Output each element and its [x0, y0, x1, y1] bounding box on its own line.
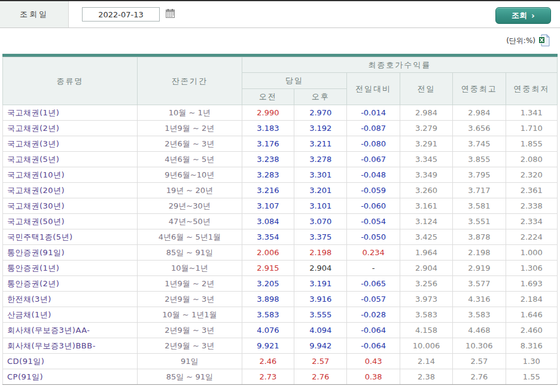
cell-am-yield: 3.583 [242, 307, 294, 323]
table-row: 통안증권(1년) 10월~1년 2.915 2.904 - 2.904 2.91… [3, 261, 558, 276]
cell-pm-yield: 3.191 [294, 276, 347, 292]
cell-remaining-period: 85일 ~ 91일 [137, 369, 242, 385]
cell-year-low: 1.341 [506, 105, 557, 121]
table-row: CD(91일) 91일 2.46 2.57 0.43 2.14 2.57 1.3… [3, 354, 558, 369]
cell-am-yield: 3.354 [242, 229, 294, 245]
cell-am-yield: 9.921 [242, 338, 294, 354]
excel-file-icon [538, 34, 550, 48]
cell-change: -0.057 [347, 292, 400, 307]
cell-year-low: 1.710 [506, 121, 557, 136]
col-header-yield-group: 최종호가수익률 [242, 57, 557, 73]
col-header-year-high: 연중최고 [453, 73, 506, 105]
excel-download-button[interactable] [538, 34, 550, 48]
cell-year-high: 2.198 [453, 245, 506, 261]
col-header-type: 종류명 [3, 57, 138, 105]
cell-remaining-period: 2년6월 ~ 3년 [137, 136, 242, 152]
date-input[interactable] [82, 7, 160, 22]
table-row: 국고채권(20년) 19년 ~ 20년 3.216 3.201 -0.059 3… [3, 183, 558, 198]
cell-bond-name: 국고채권(50년) [3, 214, 138, 229]
cell-pm-yield: 9.942 [294, 338, 347, 354]
cell-change: -0.048 [347, 167, 400, 183]
cell-prev: 10.006 [400, 338, 452, 354]
unit-label: (단위:%) [506, 36, 535, 46]
cell-year-high: 4.316 [453, 292, 506, 307]
cell-remaining-period: 19년 ~ 20년 [137, 183, 242, 198]
cell-change: -0.064 [347, 338, 400, 354]
cell-bond-name: 통안증권(1년) [3, 261, 138, 276]
cell-year-low: 2.460 [506, 323, 557, 338]
cell-pm-yield: 3.375 [294, 229, 347, 245]
cell-remaining-period: 4년6월 ~ 5년1월 [137, 229, 242, 245]
col-header-period: 잔존기간 [137, 57, 242, 105]
cell-prev: 2.14 [400, 354, 452, 369]
table-row: CP(91일) 85일 ~ 91일 2.73 2.76 0.38 2.38 2.… [3, 369, 558, 385]
cell-bond-name: 회사채(무보증3년)AA- [3, 323, 138, 338]
table-row: 국고채권(10년) 9년6월~10년 3.283 3.301 -0.048 3.… [3, 167, 558, 183]
cell-change: -0.064 [347, 323, 400, 338]
table-row: 통안증권(2년) 1년9월 ~ 2년 3.205 3.191 -0.065 3.… [3, 276, 558, 292]
chevron-right-icon: › [531, 11, 535, 20]
cell-am-yield: 3.205 [242, 276, 294, 292]
cell-change: -0.067 [347, 152, 400, 167]
cell-year-high: 2.919 [453, 261, 506, 276]
cell-year-low: 1.306 [506, 261, 557, 276]
cell-bond-name: 국고채권(3년) [3, 136, 138, 152]
cell-year-low: 2.320 [506, 167, 557, 183]
cell-pm-yield: 3.916 [294, 292, 347, 307]
search-button[interactable]: 조회 › [495, 7, 551, 24]
calendar-button[interactable] [165, 8, 175, 20]
cell-prev: 3.124 [400, 214, 452, 229]
cell-bond-name: 통안증권(91일) [3, 245, 138, 261]
cell-remaining-period: 9년6월~10년 [137, 167, 242, 183]
cell-remaining-period: 10월~1년 [137, 261, 242, 276]
cell-bond-name: 국고채권(10년) [3, 167, 138, 183]
cell-pm-yield: 4.094 [294, 323, 347, 338]
cell-change: -0.028 [347, 307, 400, 323]
col-header-pm: 오후 [294, 89, 347, 105]
cell-bond-name: 국고채권(2년) [3, 121, 138, 136]
cell-bond-name: 회사채(무보증3년)BBB- [3, 338, 138, 354]
toolbar-main [69, 1, 560, 27]
cell-year-high: 3.583 [453, 307, 506, 323]
cell-change: -0.054 [347, 214, 400, 229]
cell-prev: 3.583 [400, 307, 452, 323]
cell-prev: 2.904 [400, 261, 452, 276]
cell-bond-name: 국고채권(30년) [3, 198, 138, 214]
yield-table: 종류명 잔존기간 최종호가수익률 당일 전일대비 전일 연중최고 연중최저 오전… [2, 57, 558, 385]
cell-year-low: 2.224 [506, 229, 557, 245]
table-row: 산금채(1년) 10월 ~ 1년1월 3.583 3.555 -0.028 3.… [3, 307, 558, 323]
cell-year-high: 3.745 [453, 136, 506, 152]
cell-bond-name: 국민주택1종(5년) [3, 229, 138, 245]
cell-am-yield: 3.216 [242, 183, 294, 198]
cell-am-yield: 3.183 [242, 121, 294, 136]
cell-pm-yield: 3.301 [294, 167, 347, 183]
cell-change: - [347, 261, 400, 276]
cell-pm-yield: 3.201 [294, 183, 347, 198]
cell-remaining-period: 2년9월 ~ 3년 [137, 323, 242, 338]
cell-year-high: 3.717 [453, 183, 506, 198]
table-row: 국고채권(50년) 47년~50년 3.084 3.070 -0.054 3.1… [3, 214, 558, 229]
cell-pm-yield: 2.76 [294, 369, 347, 385]
cell-prev: 3.161 [400, 198, 452, 214]
cell-am-yield: 2.990 [242, 105, 294, 121]
cell-bond-name: 국고채권(20년) [3, 183, 138, 198]
table-body: 국고채권(1년) 10월 ~ 1년 2.990 2.970 -0.014 2.9… [3, 105, 558, 385]
cell-prev: 3.425 [400, 229, 452, 245]
cell-year-high: 3.878 [453, 229, 506, 245]
cell-remaining-period: 2년9월 ~ 3년 [137, 292, 242, 307]
cell-year-high: 3.855 [453, 152, 506, 167]
cell-year-high: 3.551 [453, 214, 506, 229]
cell-prev: 3.291 [400, 136, 452, 152]
col-header-am: 오전 [242, 89, 294, 105]
cell-pm-yield: 3.101 [294, 198, 347, 214]
cell-am-yield: 2.46 [242, 354, 294, 369]
cell-prev: 3.260 [400, 183, 452, 198]
cell-prev: 4.158 [400, 323, 452, 338]
cell-year-high: 3.581 [453, 198, 506, 214]
cell-year-high: 10.306 [453, 338, 506, 354]
cell-pm-yield: 3.192 [294, 121, 347, 136]
cell-year-high: 3.795 [453, 167, 506, 183]
cell-am-yield: 3.107 [242, 198, 294, 214]
cell-year-low: 2.361 [506, 183, 557, 198]
cell-change: -0.050 [347, 229, 400, 245]
